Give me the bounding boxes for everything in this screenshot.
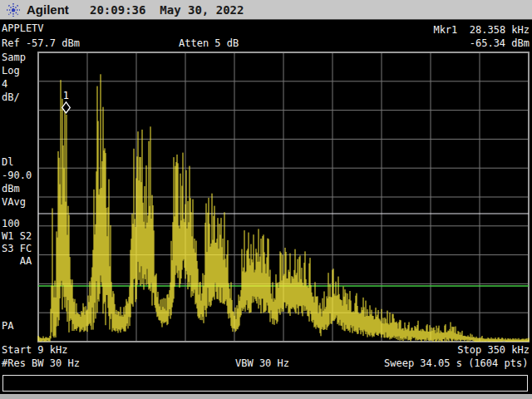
trace-status-row3: AA bbox=[2, 255, 32, 267]
vavg-count: 100 bbox=[2, 218, 20, 229]
detector-label: Samp bbox=[2, 52, 26, 63]
message-box bbox=[2, 375, 528, 392]
display-line-label: Dl bbox=[2, 156, 13, 168]
marker-amp-readout: -65.34 dBm bbox=[470, 37, 530, 49]
display-line-unit: dBm bbox=[2, 183, 20, 195]
rbw-label: #Res BW 30 Hz bbox=[2, 357, 80, 369]
trace-status-row1: W1 S2 bbox=[2, 230, 32, 242]
display-area: 1 APPLETV Ref -57.7 dBm Atten 5 dB Mkr1 … bbox=[0, 20, 532, 399]
brand-label: Agilent bbox=[27, 2, 69, 17]
trace-title: APPLETV bbox=[2, 22, 44, 34]
scale-type-label: Log bbox=[2, 65, 20, 76]
scale-value-label: 4 bbox=[2, 78, 7, 90]
datetime-label: 20:09:36 May 30, 2022 bbox=[90, 3, 244, 17]
start-freq-label: Start 9 kHz bbox=[2, 344, 67, 356]
sweep-label: Sweep 34.05 s (1604 pts) bbox=[384, 357, 528, 369]
preamp-label: PA bbox=[2, 320, 13, 332]
marker-number-label: 1 bbox=[63, 90, 69, 101]
stop-freq-label: Stop 350 kHz bbox=[457, 344, 530, 356]
bottom-strip bbox=[0, 394, 532, 399]
ref-level-label: Ref -57.7 dBm bbox=[2, 37, 80, 49]
title-bar: Agilent 20:09:36 May 30, 2022 bbox=[0, 0, 532, 20]
display-line-value: -90.0 bbox=[2, 170, 32, 181]
agilent-spark-icon bbox=[6, 2, 21, 17]
atten-label: Atten 5 dB bbox=[179, 37, 239, 49]
trace-status-row2: S3 FC bbox=[2, 243, 32, 254]
vavg-label: VAvg bbox=[2, 196, 26, 208]
marker-freq-readout: Mkr1 28.358 kHz bbox=[433, 24, 530, 36]
scale-unit-label: dB/ bbox=[2, 91, 20, 103]
spectrum-analyzer-screen: Agilent 20:09:36 May 30, 2022 1 APPLETV … bbox=[0, 0, 532, 399]
vbw-label: VBW 30 Hz bbox=[235, 357, 289, 369]
marker-diamond-icon bbox=[62, 102, 71, 113]
spectrum-plot: 1 bbox=[0, 20, 532, 399]
